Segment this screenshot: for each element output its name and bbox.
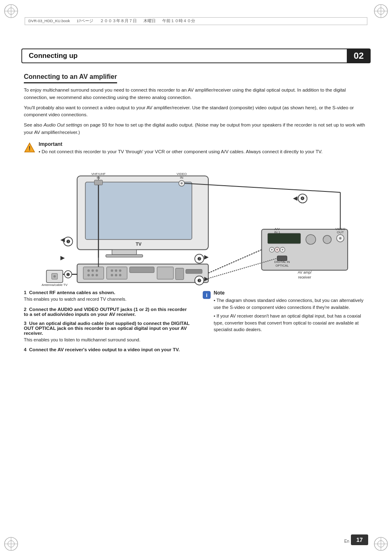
svg-rect-33	[83, 267, 104, 279]
svg-text:▶: ▶	[60, 254, 65, 261]
note-bullet-2: • If your AV receiver doesn't have an op…	[214, 313, 368, 333]
chapter-header: Connecting up 02	[21, 48, 371, 63]
note-box: i Note • The diagram shows standard vide…	[202, 290, 368, 335]
svg-point-38	[92, 274, 94, 276]
svg-rect-50	[186, 269, 202, 274]
svg-point-36	[96, 269, 98, 272]
instruction-4-title: 4 Connect the AV receiver's video output…	[24, 347, 190, 352]
svg-rect-49	[175, 268, 184, 280]
intro-para-3: See also Audio Out settings on page 93 f…	[24, 122, 368, 136]
note-bullet-1: • The diagram shows standard video conne…	[214, 297, 368, 311]
svg-rect-69	[277, 256, 287, 261]
svg-rect-26	[95, 180, 103, 185]
metadata-bar: DVR-03_HDD_KU.book 17ページ ２００３年８月７日 木曜日 午…	[25, 17, 367, 25]
svg-text:◀: ◀	[293, 195, 297, 201]
svg-point-60	[277, 249, 278, 251]
svg-point-35	[92, 269, 94, 272]
instructions-right: i Note • The diagram shows standard vide…	[202, 290, 368, 356]
svg-point-66	[339, 237, 341, 240]
important-content: Important • Do not connect this recorder…	[39, 141, 323, 155]
svg-point-43	[119, 269, 121, 272]
svg-rect-48	[157, 267, 173, 279]
note-text: • The diagram shows standard video conne…	[214, 297, 368, 333]
svg-point-42	[115, 269, 117, 272]
corner-decoration-tr	[373, 3, 389, 19]
important-icon: !	[24, 142, 35, 153]
corner-decoration-br	[373, 536, 389, 552]
svg-rect-47	[129, 267, 154, 273]
main-content: Connecting to an AV amplifier To enjoy m…	[24, 73, 368, 530]
svg-point-46	[119, 274, 121, 276]
svg-text:!: !	[29, 145, 31, 152]
svg-point-74	[53, 275, 56, 278]
svg-point-54	[323, 235, 331, 244]
important-title: Important	[39, 141, 323, 147]
svg-point-45	[115, 274, 117, 276]
svg-point-31	[181, 182, 183, 184]
page: DVR-03_HDD_KU.book 17ページ ２００３年８月７日 木曜日 午…	[0, 0, 392, 555]
connection-diagram: TV VHF/UHF IN VIDEO IN	[24, 159, 368, 287]
instruction-1-text: This enables you to watch and record TV …	[24, 296, 190, 303]
svg-text:❷: ❷	[197, 256, 201, 261]
svg-point-39	[96, 274, 98, 276]
svg-text:◀: ◀	[60, 236, 65, 243]
svg-text:❹: ❹	[300, 196, 304, 201]
svg-text:i: i	[206, 292, 208, 298]
instruction-3-title: 3 Use an optical digital audio cable (no…	[24, 321, 190, 336]
instruction-1: 1 Connect RF antenna cables as shown. Th…	[24, 290, 190, 303]
diagram-area: TV VHF/UHF IN VIDEO IN	[24, 159, 368, 287]
svg-text:IN 1: IN 1	[274, 230, 280, 234]
important-text: • Do not connect this recorder to your T…	[39, 148, 323, 155]
intro-para-2: You'll probably also want to connect a v…	[24, 104, 368, 119]
svg-text:AV amp/: AV amp/	[298, 270, 312, 274]
svg-text:▶: ▶	[204, 275, 209, 282]
svg-point-58	[271, 249, 273, 251]
svg-rect-52	[268, 233, 301, 244]
chapter-title: Connecting up	[29, 52, 78, 60]
page-number: 17	[351, 534, 368, 545]
svg-rect-40	[107, 267, 127, 279]
section-title: Connecting to an AV amplifier	[24, 73, 117, 83]
svg-point-62	[282, 249, 284, 251]
instruction-1-title: 1 Connect RF antenna cables as shown.	[24, 290, 190, 295]
corner-decoration-tl	[3, 3, 19, 19]
meta-text: DVR-03_HDD_KU.book 17ページ ２００３年８月７日 木曜日 午…	[28, 18, 195, 24]
svg-point-53	[306, 235, 316, 244]
svg-point-34	[88, 269, 90, 272]
svg-point-41	[111, 269, 113, 272]
instruction-2: 2 Connect the AUDIO and VIDEO OUTPUT jac…	[24, 307, 190, 317]
instructions-left: 1 Connect RF antenna cables as shown. Th…	[24, 290, 190, 356]
svg-text:OPTICAL: OPTICAL	[276, 264, 289, 267]
note-title: Note	[214, 290, 368, 296]
svg-text:VIDEO: VIDEO	[177, 172, 187, 176]
page-lang: En	[344, 539, 349, 543]
note-content: Note • The diagram shows standard video …	[214, 290, 368, 335]
instruction-3: 3 Use an optical digital audio cable (no…	[24, 321, 190, 343]
instruction-4: 4 Connect the AV receiver's video output…	[24, 347, 190, 352]
svg-text:Antenna/cable TV: Antenna/cable TV	[42, 283, 68, 287]
svg-text:receiver: receiver	[298, 275, 311, 279]
instruction-2-title: 2 Connect the AUDIO and VIDEO OUTPUT jac…	[24, 307, 190, 317]
svg-text:▶: ▶	[204, 253, 209, 260]
corner-decoration-bl	[3, 536, 19, 552]
intro-para-1: To enjoy multichannel surround sound you…	[24, 87, 368, 101]
svg-text:TV: TV	[136, 242, 142, 246]
chapter-title-box: Connecting up	[21, 48, 347, 63]
important-box: ! Important • Do not connect this record…	[24, 141, 368, 155]
svg-text:❶: ❶	[66, 239, 70, 244]
svg-text:IN: IN	[180, 176, 183, 180]
svg-text:❸: ❸	[197, 278, 201, 283]
svg-text:VHF/UHF: VHF/UHF	[91, 172, 106, 176]
svg-point-44	[111, 274, 113, 276]
instructions-columns: 1 Connect RF antenna cables as shown. Th…	[24, 290, 368, 356]
note-icon: i	[202, 290, 211, 299]
svg-rect-22	[106, 255, 143, 257]
svg-rect-20	[85, 182, 192, 240]
chapter-number: 02	[347, 48, 371, 63]
svg-rect-21	[112, 250, 136, 255]
instruction-3-text: This enables you to listen to multichann…	[24, 336, 190, 343]
svg-text:OUT: OUT	[337, 230, 344, 234]
svg-text:❶: ❶	[66, 272, 70, 277]
svg-point-37	[88, 274, 90, 276]
